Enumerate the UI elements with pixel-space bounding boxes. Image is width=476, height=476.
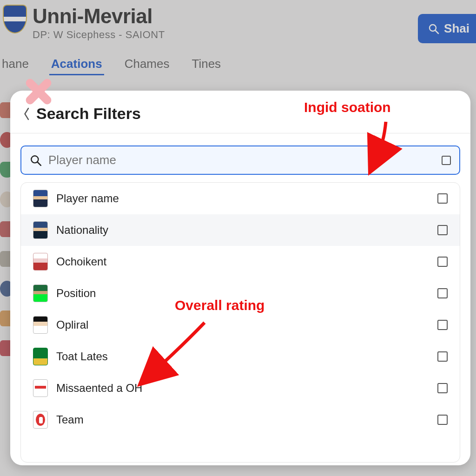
filter-row-player-name[interactable]: Player name (21, 183, 460, 214)
filter-label: Nationality (56, 224, 429, 237)
filter-label: Opliral (56, 318, 429, 331)
filter-checkbox[interactable] (437, 351, 448, 362)
share-button-label: Shai (444, 21, 469, 36)
avatar-icon (33, 190, 48, 207)
filter-checkbox[interactable] (437, 225, 448, 235)
trophy-icon (33, 348, 48, 365)
search-filters-panel: Search Filters Player name Nationali (10, 91, 470, 465)
page-title: Unni-Mevrial (33, 5, 165, 28)
filter-row-nationality[interactable]: Nationality (21, 214, 460, 246)
filter-row-missaented[interactable]: Missaented a OH (21, 372, 460, 404)
tab-bar: hane Acations Chames Tines (0, 41, 476, 75)
player-name-input[interactable] (48, 153, 435, 167)
search-icon (428, 23, 439, 34)
filter-checkbox[interactable] (437, 383, 448, 393)
panel-title: Search Filters (36, 105, 141, 123)
filter-row-ochoikent[interactable]: Ochoikent (21, 246, 460, 278)
page-subtitle: DP: W Sicephess - SAIONT (33, 29, 165, 41)
search-checkbox[interactable] (442, 156, 451, 165)
tab-acations[interactable]: Acations (49, 57, 104, 75)
chevron-left-icon (23, 107, 31, 121)
search-icon (30, 154, 42, 166)
avatar-icon (33, 253, 48, 271)
filter-label: Player name (56, 192, 429, 205)
filter-label: Toat Lates (56, 350, 429, 363)
back-button[interactable] (22, 106, 32, 122)
share-button[interactable]: Shai (418, 14, 476, 43)
avatar-icon (33, 221, 48, 239)
svg-line-1 (435, 30, 438, 33)
filter-checkbox[interactable] (437, 320, 448, 330)
filter-label: Ochoikent (56, 255, 429, 268)
tab-tines[interactable]: Tines (190, 57, 223, 75)
tab-chames[interactable]: Chames (123, 57, 172, 75)
filter-row-position[interactable]: Position (21, 278, 460, 309)
tab-hane[interactable]: hane (0, 57, 31, 75)
filter-checkbox[interactable] (437, 415, 448, 425)
filter-row-opliral[interactable]: Opliral (21, 309, 460, 341)
filter-row-team[interactable]: Team (21, 404, 460, 436)
filter-checkbox[interactable] (437, 193, 448, 204)
filter-label: Missaented a OH (56, 382, 429, 395)
filter-label: Team (56, 413, 429, 426)
avatar-icon (33, 316, 48, 334)
svg-line-3 (37, 162, 40, 165)
filter-checkbox[interactable] (437, 257, 448, 267)
filter-list: Player name Nationality Ochoikent (21, 183, 460, 436)
flag-icon (33, 379, 48, 397)
avatar-icon (33, 284, 48, 302)
search-field-row[interactable] (20, 145, 460, 175)
filter-checkbox[interactable] (437, 288, 448, 298)
filter-row-toat-lates[interactable]: Toat Lates (21, 341, 460, 372)
filter-label: Position (56, 287, 429, 300)
team-icon (33, 411, 48, 429)
